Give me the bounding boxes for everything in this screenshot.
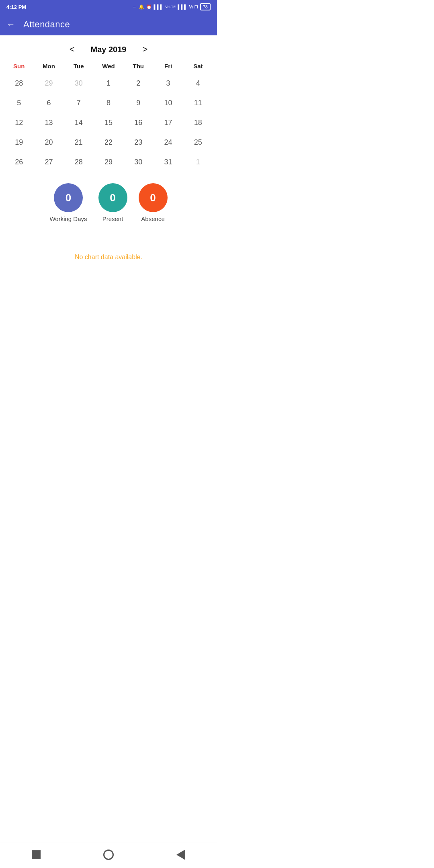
calendar-day[interactable]: 15 bbox=[94, 113, 123, 133]
calendar-day[interactable]: 29 bbox=[94, 152, 123, 172]
calendar-header: < May 2019 > bbox=[0, 35, 217, 60]
wifi-icon: WiFi bbox=[189, 4, 198, 9]
day-header-sun: Sun bbox=[4, 60, 34, 72]
absence-stat: 0 Absence bbox=[139, 183, 168, 222]
working-days-value: 0 bbox=[66, 192, 71, 204]
back-button[interactable]: ← bbox=[6, 19, 15, 30]
absence-value: 0 bbox=[150, 192, 156, 204]
calendar-day[interactable]: 20 bbox=[34, 133, 63, 152]
battery-icon: 78 bbox=[200, 3, 211, 10]
calendar-day[interactable]: 22 bbox=[94, 133, 123, 152]
calendar-day[interactable]: 7 bbox=[64, 93, 94, 113]
calendar-day[interactable]: 31 bbox=[153, 152, 183, 172]
calendar-day[interactable]: 28 bbox=[64, 152, 94, 172]
calendar-day[interactable]: 25 bbox=[183, 133, 213, 152]
present-value: 0 bbox=[110, 192, 115, 204]
calendar-day[interactable]: 4 bbox=[183, 74, 213, 93]
signal-dots-icon: ··· bbox=[133, 4, 136, 9]
calendar-day[interactable]: 21 bbox=[64, 133, 94, 152]
calendar-day[interactable]: 30 bbox=[64, 74, 94, 93]
working-days-label: Working Days bbox=[49, 215, 87, 222]
day-header-wed: Wed bbox=[94, 60, 123, 72]
calendar: Sun Mon Tue Wed Thu Fri Sat 282930123456… bbox=[0, 60, 217, 172]
days-header: Sun Mon Tue Wed Thu Fri Sat bbox=[4, 60, 213, 72]
no-data-message: No chart data available. bbox=[0, 229, 217, 269]
calendar-day[interactable]: 3 bbox=[153, 74, 183, 93]
calendar-day[interactable]: 10 bbox=[153, 93, 183, 113]
present-circle: 0 bbox=[98, 183, 127, 212]
day-header-thu: Thu bbox=[123, 60, 153, 72]
no-data-text: No chart data available. bbox=[75, 254, 142, 260]
calendar-day[interactable]: 8 bbox=[94, 93, 123, 113]
silent-icon: 🔔 bbox=[139, 4, 144, 10]
calendar-day[interactable]: 1 bbox=[183, 152, 213, 172]
day-header-fri: Fri bbox=[153, 60, 183, 72]
calendar-day[interactable]: 16 bbox=[123, 113, 153, 133]
calendar-day[interactable]: 23 bbox=[123, 133, 153, 152]
calendar-day[interactable]: 12 bbox=[4, 113, 34, 133]
calendar-day[interactable]: 6 bbox=[34, 93, 63, 113]
calendar-day[interactable]: 30 bbox=[123, 152, 153, 172]
signal-icon: ▌▌▌ bbox=[154, 4, 163, 9]
calendar-day[interactable]: 5 bbox=[4, 93, 34, 113]
working-days-stat: 0 Working Days bbox=[49, 183, 87, 222]
absence-label: Absence bbox=[141, 215, 164, 222]
calendar-day[interactable]: 19 bbox=[4, 133, 34, 152]
signal2-icon: ▌▌▌ bbox=[178, 4, 187, 9]
month-title: May 2019 bbox=[91, 45, 127, 54]
calendar-grid: 2829301234567891011121314151617181920212… bbox=[4, 74, 213, 172]
calendar-day[interactable]: 13 bbox=[34, 113, 63, 133]
calendar-day[interactable]: 29 bbox=[34, 74, 63, 93]
app-bar: ← Attendance bbox=[0, 14, 217, 35]
next-month-button[interactable]: > bbox=[138, 43, 151, 56]
volte-icon: VoLTE bbox=[165, 5, 176, 9]
present-stat: 0 Present bbox=[98, 183, 127, 222]
calendar-day[interactable]: 17 bbox=[153, 113, 183, 133]
day-header-mon: Mon bbox=[34, 60, 63, 72]
calendar-day[interactable]: 2 bbox=[123, 74, 153, 93]
absence-circle: 0 bbox=[139, 183, 168, 212]
status-icons: ··· 🔔 ⏰ ▌▌▌ VoLTE ▌▌▌ WiFi 78 bbox=[133, 3, 211, 10]
calendar-day[interactable]: 11 bbox=[183, 93, 213, 113]
prev-month-button[interactable]: < bbox=[66, 43, 79, 56]
alarm-icon: ⏰ bbox=[146, 4, 152, 10]
status-time: 4:12 PM bbox=[6, 4, 26, 10]
calendar-day[interactable]: 18 bbox=[183, 113, 213, 133]
page-title: Attendance bbox=[23, 19, 70, 30]
status-bar: 4:12 PM ··· 🔔 ⏰ ▌▌▌ VoLTE ▌▌▌ WiFi 78 bbox=[0, 0, 217, 14]
calendar-day[interactable]: 1 bbox=[94, 74, 123, 93]
stats-row: 0 Working Days 0 Present 0 Absence bbox=[0, 172, 217, 229]
day-header-tue: Tue bbox=[64, 60, 94, 72]
day-header-sat: Sat bbox=[183, 60, 213, 72]
calendar-day[interactable]: 26 bbox=[4, 152, 34, 172]
calendar-day[interactable]: 28 bbox=[4, 74, 34, 93]
calendar-day[interactable]: 24 bbox=[153, 133, 183, 152]
working-days-circle: 0 bbox=[54, 183, 83, 212]
calendar-day[interactable]: 9 bbox=[123, 93, 153, 113]
calendar-day[interactable]: 27 bbox=[34, 152, 63, 172]
present-label: Present bbox=[102, 215, 123, 222]
calendar-day[interactable]: 14 bbox=[64, 113, 94, 133]
